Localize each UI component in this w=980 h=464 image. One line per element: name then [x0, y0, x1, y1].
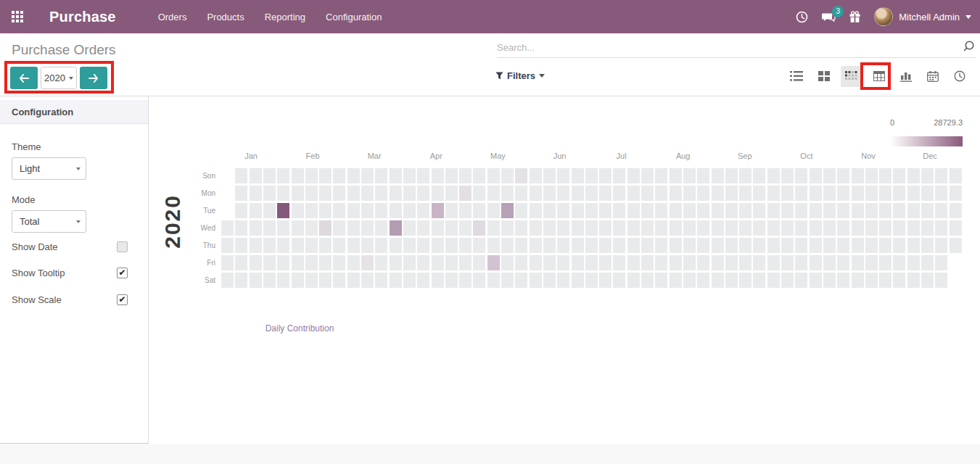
heatmap-cell[interactable]	[935, 168, 947, 183]
heatmap-cell[interactable]	[613, 255, 625, 270]
heatmap-cell[interactable]	[572, 273, 584, 288]
heatmap-cell[interactable]	[445, 203, 458, 218]
heatmap-cell[interactable]	[250, 168, 262, 183]
heatmap-cell[interactable]	[292, 255, 304, 270]
heatmap-cell[interactable]	[950, 168, 962, 183]
heatmap-cell[interactable]	[697, 273, 709, 288]
heatmap-cell[interactable]	[641, 238, 654, 253]
heatmap-cell[interactable]	[753, 203, 765, 218]
heatmap-cell[interactable]	[879, 220, 892, 236]
heatmap-cell[interactable]	[572, 203, 584, 218]
heatmap-cell[interactable]	[515, 255, 527, 270]
heatmap-cell[interactable]	[235, 273, 247, 288]
messages-icon[interactable]: 3	[821, 11, 836, 23]
heatmap-cell[interactable]	[292, 238, 304, 253]
heatmap-cell[interactable]	[305, 168, 318, 183]
heatmap-cell[interactable]	[907, 203, 920, 218]
show-tooltip-checkbox[interactable]: ✔	[117, 268, 128, 278]
heatmap-cell[interactable]	[361, 238, 374, 253]
heatmap-cell[interactable]	[767, 168, 780, 183]
heatmap-cell[interactable]	[670, 203, 682, 218]
heatmap-cell[interactable]	[347, 168, 360, 183]
heatmap-cell[interactable]	[432, 273, 444, 288]
heatmap-cell[interactable]	[739, 168, 752, 183]
heatmap-cell[interactable]	[697, 168, 709, 183]
theme-select[interactable]: Light	[12, 157, 86, 180]
heatmap-cell[interactable]	[879, 203, 892, 218]
heatmap-cell[interactable]	[767, 186, 780, 201]
heatmap-cell[interactable]	[543, 203, 556, 218]
heatmap-cell[interactable]	[361, 186, 374, 201]
clock-view-button[interactable]	[950, 65, 970, 87]
heatmap-cell[interactable]	[403, 168, 416, 183]
heatmap-cell[interactable]	[403, 273, 416, 288]
heatmap-cell[interactable]	[655, 186, 667, 201]
heatmap-cell[interactable]	[683, 203, 696, 218]
heatmap-cell[interactable]	[277, 203, 289, 218]
heatmap-cell[interactable]	[235, 238, 247, 253]
heatmap-cell[interactable]	[865, 186, 878, 201]
next-year-button[interactable]	[80, 67, 107, 89]
heatmap-cell[interactable]	[432, 220, 444, 236]
heatmap-cell[interactable]	[670, 255, 682, 270]
heatmap-cell[interactable]	[893, 255, 905, 270]
graph-view-button[interactable]	[896, 66, 916, 87]
heatmap-cell[interactable]	[767, 220, 780, 236]
heatmap-cell[interactable]	[235, 168, 247, 183]
heatmap-cell[interactable]	[907, 186, 920, 201]
heatmap-cell[interactable]	[292, 203, 304, 218]
heatmap-cell[interactable]	[305, 186, 318, 201]
heatmap-cell[interactable]	[879, 186, 892, 201]
heatmap-cell[interactable]	[221, 273, 234, 288]
heatmap-cell[interactable]	[585, 203, 598, 218]
heatmap-cell[interactable]	[375, 203, 387, 218]
heatmap-cell[interactable]	[390, 238, 402, 253]
heatmap-cell[interactable]	[375, 255, 387, 270]
heatmap-cell[interactable]	[361, 168, 374, 183]
heatmap-cell[interactable]	[277, 186, 289, 201]
heatmap-cell[interactable]	[712, 255, 724, 270]
heatmap-cell[interactable]	[865, 273, 878, 288]
heatmap-cell[interactable]	[403, 255, 416, 270]
heatmap-cell[interactable]	[921, 220, 934, 236]
heatmap-cell[interactable]	[305, 255, 318, 270]
heatmap-cell[interactable]	[893, 186, 905, 201]
heatmap-cell[interactable]	[445, 186, 458, 201]
heatmap-cell[interactable]	[697, 220, 709, 236]
heatmap-cell[interactable]	[852, 220, 864, 236]
heatmap-cell[interactable]	[697, 203, 709, 218]
heatmap-cell[interactable]	[473, 186, 485, 201]
heatmap-cell[interactable]	[683, 238, 696, 253]
heatmap-cell[interactable]	[655, 203, 667, 218]
heatmap-cell[interactable]	[432, 238, 444, 253]
heatmap-cell[interactable]	[390, 186, 402, 201]
heatmap-cell[interactable]	[865, 238, 878, 253]
heatmap-cell[interactable]	[935, 186, 947, 201]
heatmap-cell[interactable]	[921, 168, 934, 183]
heatmap-cell[interactable]	[585, 273, 598, 288]
heatmap-cell[interactable]	[753, 273, 765, 288]
heatmap-cell[interactable]	[613, 220, 625, 236]
heatmap-cell[interactable]	[250, 238, 262, 253]
heatmap-cell[interactable]	[277, 273, 289, 288]
heatmap-cell[interactable]	[501, 238, 514, 253]
heatmap-cell[interactable]	[950, 203, 962, 218]
heatmap-cell[interactable]	[403, 238, 416, 253]
heatmap-cell[interactable]	[585, 168, 598, 183]
heatmap-cell[interactable]	[319, 273, 332, 288]
heatmap-cell[interactable]	[683, 220, 696, 236]
calendar-view-button[interactable]	[923, 66, 943, 87]
filters-dropdown[interactable]: Filters	[495, 70, 545, 81]
heatmap-cell[interactable]	[725, 255, 738, 270]
heatmap-cell[interactable]	[627, 203, 640, 218]
heatmap-cell[interactable]	[810, 273, 822, 288]
heatmap-cell[interactable]	[572, 255, 584, 270]
heatmap-cell[interactable]	[473, 273, 485, 288]
heatmap-cell[interactable]	[739, 203, 752, 218]
heatmap-cell[interactable]	[557, 168, 569, 183]
heatmap-cell[interactable]	[921, 273, 934, 288]
heatmap-cell[interactable]	[530, 168, 542, 183]
menu-reporting[interactable]: Reporting	[263, 9, 307, 25]
heatmap-cell[interactable]	[655, 168, 667, 183]
heatmap-cell[interactable]	[333, 168, 345, 183]
